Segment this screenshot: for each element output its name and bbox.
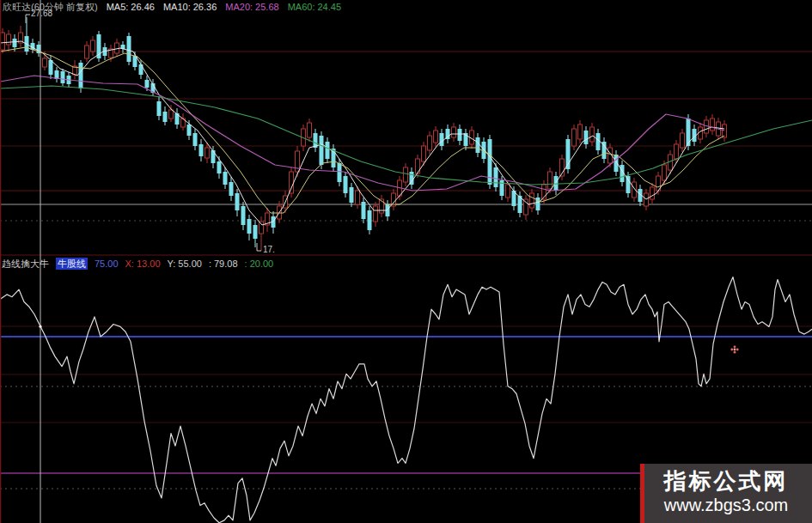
ma60-readout: MA60: 24.45 — [288, 1, 341, 13]
high-price-label: 27.68 — [31, 9, 52, 18]
indicator-title[interactable]: 趋线擒大牛 — [2, 258, 49, 270]
ma10-readout: MA10: 26.36 — [163, 1, 217, 13]
candles-layer — [1, 17, 727, 251]
indicator-param-y: Y: 55.00 — [168, 258, 202, 270]
ma20-readout: MA20: 25.68 — [225, 1, 278, 13]
ma-line-MA10 — [0, 47, 724, 213]
annotation-marks — [26, 15, 261, 251]
main-chart-header: 欣旺达(60分钟 前复权) MA5: 26.46 MA10: 26.36 MA2… — [3, 1, 341, 13]
crosshair-value-dot — [39, 325, 41, 328]
watermark-red-stripe — [640, 464, 644, 523]
indicator-threshold-lines — [0, 337, 812, 473]
indicator-param-value: 75.00 — [95, 258, 119, 270]
indicator-param-x: X: 13.00 — [125, 258, 161, 270]
low-price-label: 17. — [263, 246, 275, 254]
ma5-readout: MA5: 26.46 — [107, 1, 155, 13]
indicator-current-value: : 79.08 — [209, 258, 238, 270]
indicator-header: 趋线擒大牛 牛股线 75.00 X: 13.00 Y: 55.00 : 79.0… — [2, 258, 273, 270]
stock-chart-window: 欣旺达(60分钟 前复权) MA5: 26.46 MA10: 26.36 MA2… — [0, 0, 812, 523]
indicator-series-chip[interactable]: 牛股线 — [56, 258, 88, 270]
ma-line-MA5 — [0, 41, 724, 225]
watermark-site-name: 指标公式网 — [640, 468, 812, 495]
indicator-param-low: : 20.00 — [245, 258, 274, 270]
watermark: 指标公式网 www.zbgs3.com — [640, 464, 812, 523]
watermark-site-url: www.zbgs3.com — [640, 495, 812, 516]
buy-signal-marker — [730, 345, 738, 353]
